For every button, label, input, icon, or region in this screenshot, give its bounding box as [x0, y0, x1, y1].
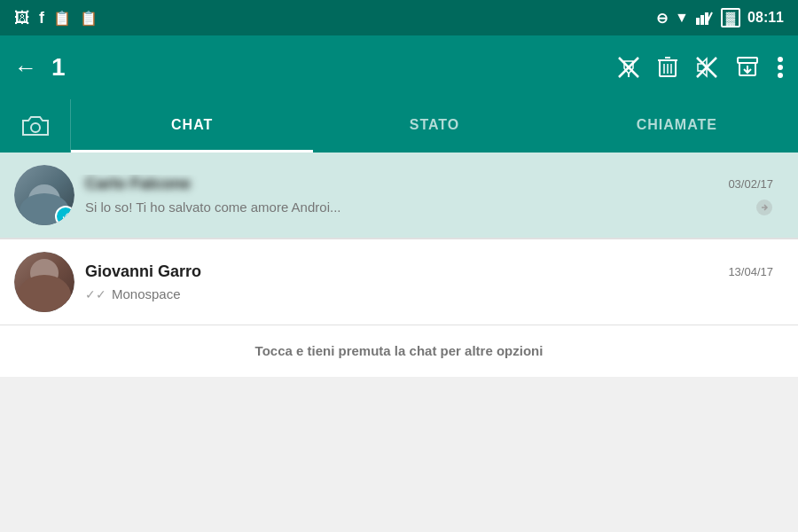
svg-point-20: [778, 73, 783, 78]
chat-content-1: Carlo Falcone 03/02/17 Si lo so! Ti ho s…: [74, 175, 784, 216]
send-icon-1: [755, 199, 773, 216]
svg-point-19: [778, 65, 783, 70]
avatar-1: ✓: [14, 165, 74, 225]
minus-circle-icon: ⊖: [656, 10, 668, 27]
chat-name-1: Carlo Falcone: [85, 175, 721, 193]
mute-icon[interactable]: [695, 56, 718, 79]
double-check-icon: ✓✓: [85, 287, 106, 301]
svg-rect-1: [696, 18, 700, 25]
toolbar: ← 1: [0, 35, 798, 99]
chat-header-1: Carlo Falcone 03/02/17: [85, 175, 773, 193]
selected-count: 1: [51, 53, 66, 82]
chat-header-2: Giovanni Garro 13/04/17: [85, 262, 773, 281]
chat-preview-text-1: Si lo so! Ti ho salvato come amore Andro…: [85, 200, 750, 215]
camera-icon: [21, 113, 50, 138]
camera-section[interactable]: [0, 99, 71, 153]
toolbar-actions: [617, 56, 784, 79]
chat-content-2: Giovanni Garro 13/04/17 ✓✓ Monospace: [74, 262, 784, 301]
tabs-section: CHAT STATO CHIAMATE: [71, 99, 798, 153]
facebook-icon: f: [39, 9, 44, 27]
bottom-hint: Tocca e tieni premuta la chat per altre …: [0, 325, 798, 377]
more-options-icon[interactable]: [777, 56, 784, 79]
chat-preview-2: ✓✓ Monospace: [85, 286, 773, 301]
chat-time-1: 03/02/17: [728, 177, 773, 191]
svg-point-21: [31, 123, 40, 132]
signal-icon: [696, 11, 714, 25]
checkmark-badge: ✓: [55, 206, 74, 225]
chat-preview-text-2: Monospace: [112, 286, 773, 301]
avatar-2: [14, 252, 74, 312]
toolbar-left: ← 1: [14, 53, 617, 82]
pin-crossed-icon[interactable]: [617, 56, 640, 79]
status-bar-left-icons: 🖼 f 📋 📋: [14, 9, 98, 27]
svg-rect-3: [705, 12, 708, 25]
image-icon: 🖼: [14, 9, 30, 27]
chat-preview-1: Si lo so! Ti ho salvato come amore Andro…: [85, 199, 773, 216]
clipboard-icon: 📋: [53, 10, 71, 27]
status-bar-right-icons: ⊖ ▼ ▓ 08:11: [656, 8, 784, 27]
tab-chiamate[interactable]: CHIAMATE: [556, 99, 798, 153]
chat-name-2: Giovanni Garro: [85, 262, 721, 281]
back-button[interactable]: ←: [14, 54, 37, 82]
chat-list: ✓ Carlo Falcone 03/02/17 Si lo so! Ti ho…: [0, 153, 798, 325]
chat-item-1[interactable]: ✓ Carlo Falcone 03/02/17 Si lo so! Ti ho…: [0, 153, 798, 239]
clipboard2-icon: 📋: [80, 10, 98, 27]
svg-rect-2: [700, 15, 704, 25]
archive-icon[interactable]: [736, 56, 759, 79]
wifi-icon: ▼: [675, 10, 689, 26]
svg-point-18: [778, 57, 783, 62]
delete-icon[interactable]: [658, 56, 677, 79]
time-display: 08:11: [747, 10, 784, 26]
hint-text: Tocca e tieni premuta la chat per altre …: [255, 343, 544, 358]
status-bar: 🖼 f 📋 📋 ⊖ ▼ ▓ 08:11: [0, 0, 798, 35]
tab-chat[interactable]: CHAT: [71, 99, 313, 153]
battery-icon: ▓: [721, 8, 740, 27]
tab-bar: CHAT STATO CHIAMATE: [0, 99, 798, 153]
chat-time-2: 13/04/17: [728, 265, 773, 278]
tab-stato[interactable]: STATO: [313, 99, 555, 153]
chat-item-2[interactable]: Giovanni Garro 13/04/17 ✓✓ Monospace: [0, 239, 798, 325]
